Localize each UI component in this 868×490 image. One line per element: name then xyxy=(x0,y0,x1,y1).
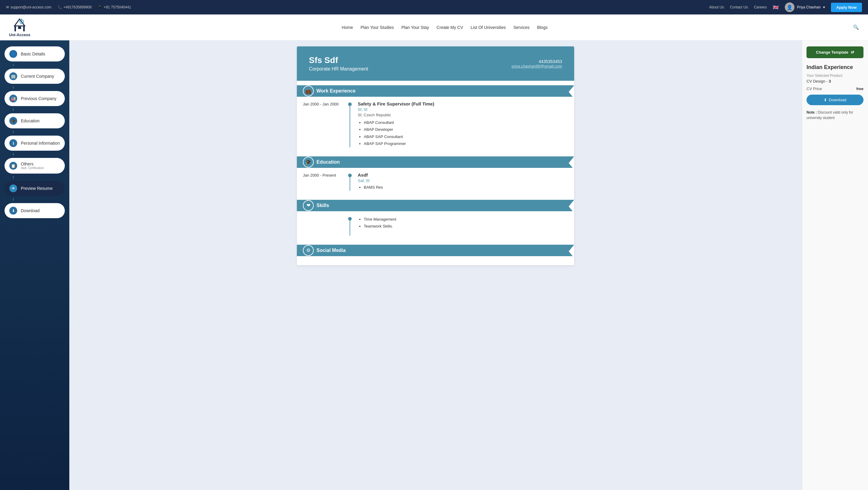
phone1-icon: 📞 xyxy=(58,5,62,9)
product-label: Your Selected Product xyxy=(807,73,864,78)
nav-links: Home Plan Your Studies Plan Your Stay Cr… xyxy=(45,25,844,30)
nav-services[interactable]: Services xyxy=(513,25,530,30)
svg-rect-1 xyxy=(23,26,25,31)
skill-item: Time Management xyxy=(364,216,396,223)
job-title: Safety & Fire Supervisor (Full Time) xyxy=(358,101,568,106)
education-section-title: Education xyxy=(316,159,340,165)
factory-icon: 🏭 xyxy=(9,95,17,102)
work-date-end: Jan 2000 xyxy=(322,102,339,106)
download-icon: ⬇ xyxy=(9,207,17,215)
building-icon: 🏢 xyxy=(9,72,17,80)
graduation-icon: 🎓 xyxy=(9,117,17,125)
about-us-link[interactable]: About Us xyxy=(709,5,724,9)
institution-name: Asdf xyxy=(358,172,568,178)
change-template-button[interactable]: Change Template ⇄ xyxy=(807,47,864,58)
work-entry-1: Jan 2000 - Jan 2000 Safety & Fire Superv… xyxy=(297,97,574,152)
work-section-header: 💼 Work Experience xyxy=(297,85,574,97)
apply-now-button[interactable]: Apply Now xyxy=(831,3,862,12)
cv-education-section: 🎓 Education Jan 2000 - Present Asdf xyxy=(297,156,574,195)
contact-us-link[interactable]: Contact Us xyxy=(730,5,748,9)
skills-timeline-line xyxy=(350,221,350,236)
sidebar-label-personal-info: Personal Information xyxy=(21,141,60,146)
edu-date-end: Present xyxy=(322,173,336,178)
email-icon: ✉ xyxy=(6,5,9,9)
cv-price-value: free xyxy=(856,87,864,91)
logo-area: Uni-Access xyxy=(9,18,30,37)
work-entry-content: Safety & Fire Supervisor (Full Time) Sf,… xyxy=(358,101,568,147)
nav-home[interactable]: Home xyxy=(342,25,353,30)
skills-content: Time Management Teamwork Skills. xyxy=(297,211,574,240)
job-location: Sf, Czech Republic xyxy=(358,113,568,117)
cv-social-section: ⚙ Social Media xyxy=(297,245,574,265)
skill-item: Teamwork Skills. xyxy=(364,223,396,229)
nav-blogs[interactable]: Blogs xyxy=(537,25,548,30)
connector xyxy=(13,153,13,155)
right-panel-section-title: Indian Experience xyxy=(807,64,864,70)
cv-name: Sfs Sdf xyxy=(309,56,368,65)
connector xyxy=(13,109,13,111)
entry-divider xyxy=(348,172,352,191)
right-panel: Change Template ⇄ Indian Experience Your… xyxy=(802,40,868,490)
sidebar-label-basic-details: Basic Details xyxy=(21,52,45,56)
top-bar-right: About Us Contact Us Careers 🇬🇧 👤 Priya C… xyxy=(709,2,862,12)
top-bar: ✉ support@uni-access.com 📞 +491763589990… xyxy=(0,0,868,14)
list-icon: 📋 xyxy=(9,162,17,170)
connector xyxy=(13,198,13,201)
sidebar-item-download[interactable]: ⬇ Download xyxy=(4,203,65,218)
skills-section-header: ❤ Skills xyxy=(297,200,574,211)
edu-entry-content: Asdf Saf, Sf BAMS Res xyxy=(358,172,568,191)
cv-title: Corporate HR Management xyxy=(309,66,368,72)
work-entry-date: Jan 2000 - Jan 2000 xyxy=(303,101,342,147)
entry-divider xyxy=(348,101,352,147)
phone2-contact: 📱 +91 7575040441 xyxy=(98,5,131,9)
sidebar-item-preview-resume[interactable]: 👁 Preview Resume xyxy=(4,181,65,196)
sidebar-label-others-container: Others Skill, Certification xyxy=(21,161,44,170)
work-date-separator: - xyxy=(320,102,322,106)
logo-icon xyxy=(12,18,27,33)
nav-create-cv[interactable]: Create My CV xyxy=(437,25,463,30)
main-content: Sfs Sdf Corporate HR Management 44353534… xyxy=(69,40,802,490)
sidebar-item-current-company[interactable]: 🏢 Current Company xyxy=(4,69,65,84)
sidebar-item-basic-details[interactable]: 👤 Basic Details xyxy=(4,47,65,61)
sidebar-item-education[interactable]: 🎓 Education xyxy=(4,113,65,128)
download-icon: ⬇ xyxy=(824,98,827,102)
transfer-icon: ⇄ xyxy=(851,50,854,55)
education-entry-1: Jan 2000 - Present Asdf Saf, Sf BAMS Res xyxy=(297,168,574,195)
cv-design-number: 3 xyxy=(829,79,831,84)
sidebar-item-others[interactable]: 📋 Others Skill, Certification xyxy=(4,158,65,174)
top-bar-contact: ✉ support@uni-access.com 📞 +491763589990… xyxy=(6,5,131,9)
change-template-label: Change Template xyxy=(816,50,848,55)
nav-plan-stay[interactable]: Plan Your Stay xyxy=(401,25,429,30)
avatar: 👤 xyxy=(785,2,795,12)
cv-work-section: 💼 Work Experience Jan 2000 - Jan 2000 S xyxy=(297,85,574,152)
skills-section-icon: ❤ xyxy=(303,200,314,211)
nav-plan-studies[interactable]: Plan Your Studies xyxy=(361,25,394,30)
nav-universities[interactable]: List Of Universities xyxy=(471,25,506,30)
sidebar-label-preview: Preview Resume xyxy=(21,186,53,191)
connector xyxy=(13,131,13,133)
edu-subtitle: Saf, Sf xyxy=(358,178,568,183)
job-duties-list: ABAP Consultant ABAP Developer ABAP SAP … xyxy=(358,119,568,147)
skills-timeline-dot xyxy=(348,217,352,221)
search-icon[interactable]: 🔍 xyxy=(853,24,859,30)
download-button[interactable]: ⬇ Download xyxy=(807,95,864,105)
sidebar-sublabel-others: Skill, Certification xyxy=(21,166,44,170)
connector xyxy=(13,176,13,178)
user-name[interactable]: Priya Chavhan xyxy=(797,5,821,9)
edu-entry-date: Jan 2000 - Present xyxy=(303,172,342,191)
course-item: BAMS Res xyxy=(364,184,568,191)
info-icon: ℹ xyxy=(9,139,17,147)
skills-date-spacer xyxy=(303,216,342,236)
logo-text: Uni-Access xyxy=(9,33,30,37)
email-contact: ✉ support@uni-access.com xyxy=(6,5,52,9)
edu-courses-list: BAMS Res xyxy=(358,184,568,191)
sidebar-item-previous-company[interactable]: 🏭 Previous Company xyxy=(4,91,65,106)
skills-divider xyxy=(348,216,352,236)
svg-rect-3 xyxy=(18,27,21,29)
duty-item: ABAP SAP Programmer xyxy=(364,140,568,147)
skills-section-title: Skills xyxy=(316,203,329,208)
connector xyxy=(13,64,13,66)
careers-link[interactable]: Careers xyxy=(754,5,767,9)
sidebar-item-personal-info[interactable]: ℹ Personal Information xyxy=(4,135,65,151)
duty-item: ABAP Developer xyxy=(364,126,568,133)
